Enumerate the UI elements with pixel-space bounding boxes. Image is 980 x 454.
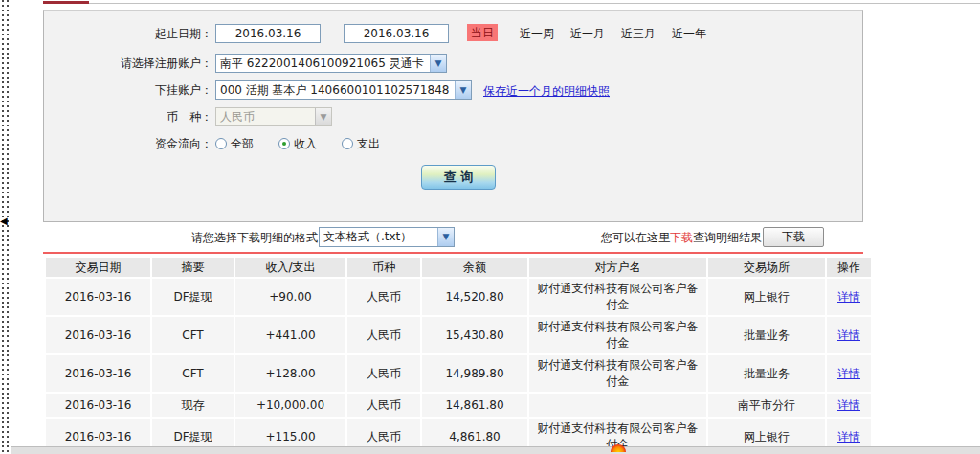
sub-account-row: 下挂账户： 000 活期 基本户 1406600101102571848 ▼ 保… bbox=[44, 80, 862, 102]
cell-amount: +90.00 bbox=[235, 279, 345, 315]
cell-amount: +441.00 bbox=[235, 317, 345, 353]
chevron-down-icon[interactable]: ▼ bbox=[455, 81, 471, 99]
detail-link[interactable]: 详情 bbox=[837, 398, 860, 412]
cell-balance: 15,430.80 bbox=[422, 317, 527, 353]
cell-summary: CFT bbox=[152, 317, 234, 353]
quick-range-links: 近一周 近一月 近三月 近一年 bbox=[520, 24, 706, 43]
status-bar bbox=[0, 446, 980, 454]
download-hint: 您可以在这里下载查询明细结果 bbox=[601, 230, 762, 246]
transaction-table: 交易日期 摘要 收入/支出 币种 余额 对方户名 交易场所 操作 2016-03… bbox=[44, 256, 873, 454]
detail-link[interactable]: 详情 bbox=[837, 430, 860, 443]
radio-all[interactable]: 全部 bbox=[215, 134, 254, 153]
chevron-down-icon[interactable]: ▼ bbox=[437, 228, 454, 246]
cell-place: 网上银行 bbox=[708, 279, 825, 315]
cell-place: 批量业务 bbox=[708, 317, 825, 353]
cell-currency: 人民币 bbox=[347, 355, 420, 392]
date-range-row: 起止日期： — 当日 近一周 近一月 近三月 近一年 bbox=[44, 24, 862, 45]
download-button[interactable]: 下载 bbox=[763, 227, 824, 247]
detail-link[interactable]: 详情 bbox=[837, 367, 860, 380]
cell-amount: +128.00 bbox=[235, 355, 345, 392]
fund-direction-label: 资金流向： bbox=[44, 134, 212, 153]
col-balance: 余额 bbox=[422, 258, 527, 277]
col-counterparty: 对方户名 bbox=[529, 258, 706, 277]
radio-all-label: 全部 bbox=[231, 134, 254, 153]
tab-indicator bbox=[43, 1, 89, 4]
currency-row: 币 种： 人民币 ▼ bbox=[44, 107, 862, 128]
sub-account-value: 000 活期 基本户 1406600101102571848 bbox=[220, 83, 449, 97]
download-hint-prefix: 您可以在这里 bbox=[601, 231, 670, 244]
fund-direction-options: 全部 收入 支出 bbox=[215, 134, 380, 153]
chevron-down-icon[interactable]: ▼ bbox=[430, 55, 446, 72]
cell-balance: 14,861.80 bbox=[422, 394, 527, 417]
quick-range-year[interactable]: 近一年 bbox=[672, 24, 706, 43]
col-action: 操作 bbox=[827, 258, 871, 277]
radio-icon bbox=[342, 138, 353, 149]
cell-counterparty: 财付通支付科技有限公司客户备付金 bbox=[529, 279, 706, 315]
table-row: 2016-03-16 CFT +128.00 人民币 14,989.80 财付通… bbox=[46, 355, 871, 392]
table-row: 2016-03-16 现存 +10,000.00 人民币 14,861.80 南… bbox=[46, 394, 871, 417]
download-format-label: 请您选择下载明细的格式 bbox=[191, 230, 318, 246]
table-row: 2016-03-16 CFT +441.00 人民币 15,430.80 财付通… bbox=[46, 317, 871, 353]
col-place: 交易场所 bbox=[708, 258, 825, 277]
download-format-select[interactable]: 文本格式（.txt） ▼ bbox=[319, 227, 455, 247]
currency-label: 币 种： bbox=[44, 107, 212, 126]
col-date: 交易日期 bbox=[46, 258, 150, 277]
sub-account-select[interactable]: 000 活期 基本户 1406600101102571848 ▼ bbox=[215, 80, 472, 100]
top-divider bbox=[43, 3, 980, 4]
detail-link[interactable]: 详情 bbox=[837, 290, 860, 304]
date-from-input[interactable] bbox=[215, 24, 321, 43]
cell-balance: 14,520.80 bbox=[422, 279, 527, 315]
cell-counterparty bbox=[529, 394, 706, 417]
cell-place: 批量业务 bbox=[708, 355, 825, 392]
cell-currency: 人民币 bbox=[347, 394, 420, 417]
col-amount: 收入/支出 bbox=[235, 258, 345, 277]
date-separator: — bbox=[329, 24, 341, 43]
cell-date: 2016-03-16 bbox=[46, 279, 150, 315]
fund-direction-row: 资金流向： 全部 收入 支出 bbox=[44, 134, 862, 155]
cell-counterparty: 财付通支付科技有限公司客户备付金 bbox=[529, 317, 706, 353]
radio-income[interactable]: 收入 bbox=[278, 134, 317, 153]
quick-range-week[interactable]: 近一周 bbox=[520, 24, 554, 43]
cell-place: 南平市分行 bbox=[708, 394, 825, 417]
register-account-select[interactable]: 南平 6222001406100921065 灵通卡 ▼ bbox=[215, 54, 447, 73]
sub-account-label: 下挂账户： bbox=[44, 80, 212, 100]
col-summary: 摘要 bbox=[152, 258, 234, 277]
radio-income-label: 收入 bbox=[294, 134, 317, 153]
warning-icon bbox=[611, 444, 626, 452]
cell-summary: DF提现 bbox=[152, 279, 234, 315]
table-header-row: 交易日期 摘要 收入/支出 币种 余额 对方户名 交易场所 操作 bbox=[46, 258, 871, 277]
date-range-label: 起止日期： bbox=[44, 24, 212, 43]
table-top-divider bbox=[43, 252, 863, 254]
detail-link[interactable]: 详情 bbox=[837, 329, 860, 342]
cell-summary: 现存 bbox=[152, 394, 234, 417]
cell-balance: 14,989.80 bbox=[422, 355, 527, 392]
cell-summary: CFT bbox=[152, 355, 234, 392]
table-row: 2016-03-16 DF提现 +90.00 人民币 14,520.80 财付通… bbox=[46, 279, 871, 315]
query-form-panel: 起止日期： — 当日 近一周 近一月 近三月 近一年 请选择注册账户： 南平 6… bbox=[43, 10, 863, 222]
radio-checked-icon bbox=[278, 138, 290, 149]
date-to-input[interactable] bbox=[344, 24, 449, 43]
col-currency: 币种 bbox=[347, 258, 420, 277]
save-snapshot-link[interactable]: 保存近一个月的明细快照 bbox=[483, 81, 610, 101]
cell-currency: 人民币 bbox=[347, 317, 420, 353]
radio-expense-label: 支出 bbox=[357, 134, 380, 153]
download-hint-suffix: 查询明细结果 bbox=[693, 231, 762, 244]
query-button[interactable]: 查 询 bbox=[421, 165, 496, 190]
currency-select: 人民币 ▼ bbox=[215, 107, 332, 126]
radio-expense[interactable]: 支出 bbox=[342, 134, 380, 153]
today-quick-filter[interactable]: 当日 bbox=[467, 24, 498, 41]
cell-date: 2016-03-16 bbox=[46, 317, 150, 353]
cell-counterparty: 财付通支付科技有限公司客户备付金 bbox=[529, 355, 706, 392]
quick-range-quarter[interactable]: 近三月 bbox=[621, 24, 656, 43]
collapse-arrow-icon[interactable]: ◀ bbox=[0, 215, 8, 228]
quick-range-month[interactable]: 近一月 bbox=[570, 24, 605, 43]
register-account-label: 请选择注册账户： bbox=[44, 54, 212, 73]
currency-value: 人民币 bbox=[220, 110, 255, 124]
chevron-down-icon: ▼ bbox=[315, 108, 331, 125]
radio-icon bbox=[215, 138, 227, 149]
cell-amount: +10,000.00 bbox=[235, 394, 345, 417]
cell-date: 2016-03-16 bbox=[46, 394, 150, 417]
download-hint-link[interactable]: 下载 bbox=[670, 231, 693, 244]
download-format-value: 文本格式（.txt） bbox=[323, 230, 412, 243]
register-account-value: 南平 6222001406100921065 灵通卡 bbox=[220, 57, 424, 70]
